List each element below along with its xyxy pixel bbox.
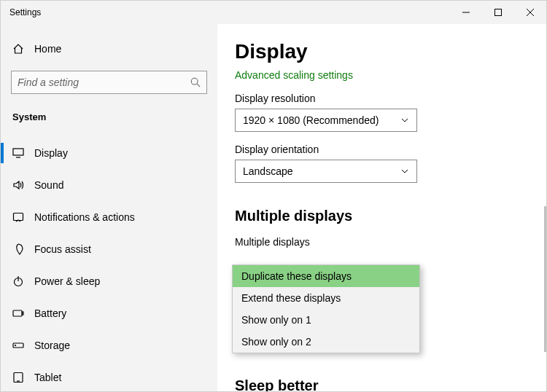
page-title: Display (235, 40, 529, 63)
sidebar-item-label: Notifications & actions (34, 211, 135, 223)
focus-assist-icon (12, 243, 24, 255)
resolution-field: Display resolution 1920 × 1080 (Recommen… (235, 93, 529, 132)
sleep-better-heading: Sleep better (235, 377, 529, 391)
sidebar-item-label: Sound (34, 179, 63, 191)
orientation-value: Landscape (243, 165, 293, 177)
sidebar-nav: Display Sound Notifications & actions Fo… (8, 133, 210, 392)
multiple-displays-label: Multiple displays (235, 236, 529, 248)
search-input[interactable] (18, 77, 190, 88)
sidebar-item-sound[interactable]: Sound (8, 169, 210, 201)
home-button[interactable]: Home (8, 34, 210, 63)
window-title: Settings (9, 7, 41, 17)
sidebar-item-power-sleep[interactable]: Power & sleep (8, 265, 210, 297)
sidebar: Home System Display Sound Notifications … (1, 24, 217, 391)
content: Home System Display Sound Notifications … (1, 24, 546, 391)
sidebar-item-label: Power & sleep (34, 275, 100, 287)
notifications-icon (12, 211, 24, 223)
resolution-label: Display resolution (235, 93, 529, 104)
orientation-field: Display orientation Landscape (235, 144, 529, 183)
svg-rect-1 (495, 9, 502, 16)
sidebar-item-label: Tablet (34, 372, 61, 383)
window-controls (450, 1, 546, 24)
chevron-down-icon (400, 116, 409, 125)
orientation-label: Display orientation (235, 144, 529, 155)
svg-point-14 (15, 345, 16, 346)
multiple-displays-heading: Multiple displays (235, 208, 529, 224)
minimize-button[interactable] (450, 1, 482, 24)
orientation-select[interactable]: Landscape (235, 160, 417, 183)
sidebar-item-storage[interactable]: Storage (8, 329, 210, 361)
dropdown-option-show-1[interactable]: Show only on 1 (233, 309, 419, 331)
sidebar-section: System (8, 107, 210, 133)
maximize-button[interactable] (482, 1, 514, 24)
search-box[interactable] (11, 71, 207, 94)
sidebar-item-label: Focus assist (34, 243, 91, 255)
scrollbar[interactable] (544, 206, 546, 352)
sidebar-item-label: Battery (34, 307, 66, 319)
dropdown-option-duplicate[interactable]: Duplicate these displays (233, 265, 419, 287)
multiple-displays-dropdown[interactable]: Duplicate these displays Extend these di… (232, 264, 420, 353)
advanced-scaling-link[interactable]: Advanced scaling settings (235, 69, 353, 81)
tablet-icon (12, 372, 24, 383)
dropdown-option-extend[interactable]: Extend these displays (233, 287, 419, 309)
resolution-value: 1920 × 1080 (Recommended) (243, 114, 379, 126)
storage-icon (12, 340, 24, 351)
multiple-displays-field: Multiple displays (235, 236, 529, 248)
svg-rect-11 (13, 310, 22, 316)
dropdown-option-show-2[interactable]: Show only on 2 (233, 331, 419, 353)
titlebar: Settings (1, 1, 546, 24)
sidebar-item-tablet[interactable]: Tablet (8, 361, 210, 392)
sidebar-item-label: Display (34, 147, 68, 159)
svg-line-5 (197, 84, 200, 87)
svg-rect-8 (14, 213, 23, 221)
close-button[interactable] (514, 1, 546, 24)
home-icon (12, 43, 24, 55)
svg-rect-6 (13, 149, 23, 155)
sidebar-item-notifications[interactable]: Notifications & actions (8, 201, 210, 233)
svg-rect-12 (23, 312, 24, 315)
resolution-select[interactable]: 1920 × 1080 (Recommended) (235, 109, 417, 132)
home-label: Home (34, 43, 61, 55)
sidebar-item-focus-assist[interactable]: Focus assist (8, 233, 210, 265)
search-icon (190, 77, 201, 87)
sidebar-item-display[interactable]: Display (8, 137, 210, 169)
display-icon (12, 147, 24, 159)
sidebar-item-label: Storage (34, 340, 70, 351)
battery-icon (12, 307, 24, 319)
sidebar-item-battery[interactable]: Battery (8, 297, 210, 329)
power-icon (12, 275, 24, 287)
main: Display Advanced scaling settings Displa… (217, 24, 546, 391)
svg-point-4 (191, 78, 198, 85)
sound-icon (12, 179, 24, 191)
chevron-down-icon (400, 167, 409, 176)
